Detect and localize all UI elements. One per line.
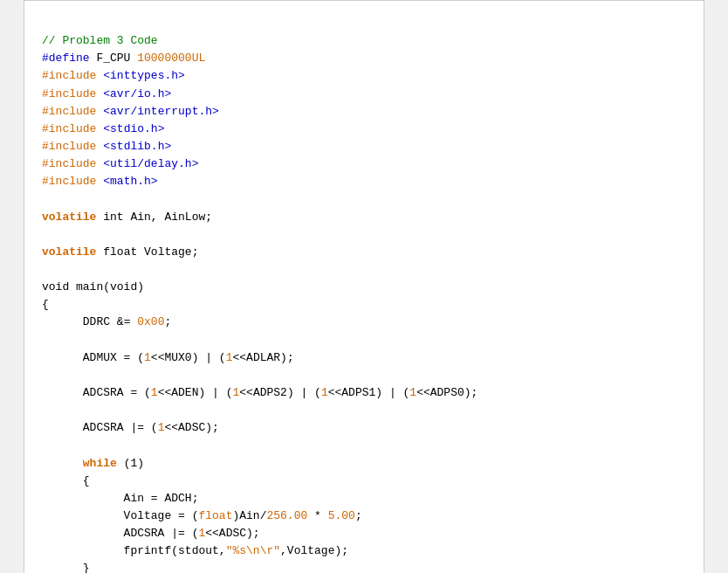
header-inttypes: <inttypes.h> [103, 69, 185, 82]
admux-line: ADMUX = ( [42, 351, 144, 364]
comment-problem3: // Problem 3 Code [42, 34, 158, 47]
include-inttypes: #include [42, 69, 96, 82]
plain-mult: * [307, 509, 327, 522]
header-delay: <util/delay.h> [103, 157, 198, 170]
plain-shift7: <<ADSC); [164, 421, 218, 434]
code-content: // Problem 3 Code #define F_CPU 10000000… [42, 15, 686, 573]
include-avrint: #include [42, 105, 96, 118]
define-value: 10000000UL [137, 52, 205, 65]
include-stdlib: #include [42, 140, 96, 153]
plain-shift1: <<MUX0) | ( [151, 351, 226, 364]
plain-shift6: <<ADPS0); [416, 386, 477, 399]
header-math: <math.h> [103, 175, 157, 188]
define-keyword: #define [42, 52, 90, 65]
include-stdio: #include [42, 122, 96, 135]
include-math: #include [42, 175, 96, 188]
plain-int: int Ain, AinLow; [96, 211, 212, 224]
plain-calc: )Ain/ [232, 509, 266, 522]
plain-shift2: <<ADLAR); [232, 351, 293, 364]
num-1f: 1 [409, 386, 416, 399]
plain-shift5: <<ADPS1) | ( [328, 386, 410, 399]
plain-float: float Voltage; [96, 245, 198, 259]
plain-shift3: <<ADEN) | ( [158, 386, 233, 399]
format-string: "%s\n\r" [226, 544, 280, 557]
num-256: 256.00 [266, 509, 307, 522]
include-avrio: #include [42, 87, 96, 100]
volatile-keyword2: volatile [42, 245, 96, 259]
num-1a: 1 [144, 351, 151, 364]
op-and-eq: &= [117, 315, 131, 328]
while-keyword: while [83, 457, 117, 470]
plain-semi1: ; [164, 315, 171, 328]
adcsra-line1: ADCSRA = ( [42, 386, 151, 399]
volatile-keyword1: volatile [42, 211, 96, 224]
header-stdio: <stdio.h> [103, 122, 164, 135]
plain-space: F_CPU [90, 52, 138, 65]
header-avrio: <avr/io.h> [103, 87, 171, 100]
num-1c: 1 [151, 386, 158, 399]
hex-0x00: 0x00 [137, 315, 164, 328]
header-stdlib: <stdlib.h> [103, 140, 171, 153]
num-1e: 1 [321, 386, 328, 399]
float-cast: float [198, 509, 232, 522]
include-delay: #include [42, 157, 96, 170]
code-editor: // Problem 3 Code #define F_CPU 10000000… [24, 0, 704, 573]
header-avrint: <avr/interrupt.h> [103, 105, 219, 118]
num-5: 5.00 [328, 509, 355, 522]
adcsra-line2: ADCSRA |= ( [42, 421, 158, 434]
plain-indent [42, 457, 83, 470]
plain-shift4: <<ADPS2) | ( [239, 386, 321, 399]
